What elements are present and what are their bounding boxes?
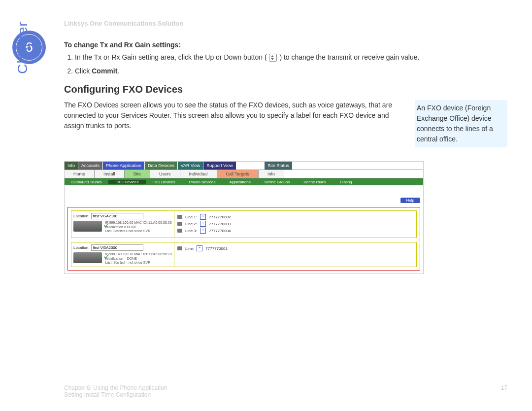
subheading: To change Tx and Rx Gain settings: — [64, 41, 507, 49]
location-label: Location: — [73, 245, 89, 250]
add-icon[interactable]: + — [200, 221, 206, 227]
commit-bold: Commit — [92, 67, 117, 75]
footer-chapter: Chapter 6: Using the Phone Application — [64, 384, 507, 391]
subtab-home[interactable]: Home — [65, 170, 95, 178]
gtab-define-groups[interactable]: Define Groups — [258, 180, 297, 184]
gtab-dialing[interactable]: Dialing — [333, 180, 359, 184]
gtab-fxs-devices[interactable]: FXS Devices — [146, 180, 182, 184]
line-row: Line: + 7777770001 — [177, 245, 413, 251]
add-icon[interactable]: + — [200, 228, 206, 234]
help-button[interactable]: Help — [400, 198, 420, 203]
subtab-install[interactable]: Install — [95, 170, 125, 178]
tab-site-status[interactable]: Site Status — [265, 162, 293, 170]
line-icon — [177, 229, 182, 233]
screenshot-fxo-devices: Info Accounts Phone Application Data Dev… — [64, 161, 424, 274]
device-image-icon — [73, 221, 102, 232]
tab-info[interactable]: Info — [65, 162, 78, 170]
line-icon — [177, 215, 182, 219]
section-title: Configuring FXO Devices — [64, 84, 507, 95]
gtab-outbound[interactable]: Outbound Trunks — [65, 180, 108, 184]
tab-data-dev[interactable]: Data Devices — [145, 162, 178, 170]
line-row: Line 2: + 7777770003 — [177, 221, 413, 227]
page-number: 17 — [501, 384, 507, 391]
gtab-fxo-devices[interactable]: FXO Devices — [108, 180, 145, 184]
gtab-applications[interactable]: Applications — [223, 180, 258, 184]
subtab-call-targets[interactable]: Call Targets — [217, 170, 259, 178]
device-row: Location: IP 999.168.100.60 MAC XX:11:A0… — [71, 210, 417, 238]
subtab-info[interactable]: Info — [259, 170, 284, 178]
line-row: Line 3: + 7777770004 — [177, 228, 413, 234]
sub-tabs: Home Install Site Users Individual Call … — [65, 170, 423, 178]
location-input[interactable] — [91, 244, 143, 251]
gtab-phone-dev[interactable]: Phone Devices — [182, 180, 223, 184]
subtab-individual[interactable]: Individual — [180, 170, 217, 178]
devices-panel: Location: IP 999.168.100.60 MAC XX:11:A0… — [67, 207, 420, 271]
footer-section: Setting Install Time Configuration — [64, 391, 507, 398]
steps-list: In the Tx or Rx Gain setting area, click… — [64, 53, 507, 76]
line-icon — [177, 222, 182, 226]
green-tabs: Outbound Trunks FXO Devices FXS Devices … — [65, 178, 423, 185]
subtab-users[interactable]: Users — [150, 170, 180, 178]
location-label: Location: — [73, 214, 89, 218]
subtab-site[interactable]: Site — [125, 170, 151, 178]
device-meta: IP 999.168.100.60 MAC XX:11:A0:00:00:60 … — [105, 221, 171, 233]
step-1: In the Tx or Rx Gain setting area, click… — [75, 53, 507, 63]
tab-support[interactable]: Support View — [203, 162, 236, 170]
step-2: Click Commit. — [75, 67, 507, 76]
product-line: Linksys One Communications Solution — [64, 20, 507, 27]
page-footer: Chapter 6: Using the Phone Application S… — [64, 384, 507, 398]
add-icon[interactable]: + — [197, 245, 202, 251]
side-note: An FXO device (Foreign Exchange Office) … — [415, 100, 507, 147]
gtab-define-rules[interactable]: Define Rules — [297, 180, 333, 184]
add-icon[interactable]: + — [200, 214, 206, 220]
device-image-icon — [73, 252, 102, 263]
body-paragraph: The FXO Devices screen allows you to see… — [64, 100, 405, 131]
tab-accounts[interactable]: Accounts — [78, 162, 103, 170]
line-icon — [177, 246, 182, 250]
line-row: Line 1: + 7777770002 — [177, 214, 413, 220]
tab-phone-app[interactable]: Phone Application — [103, 162, 145, 170]
tab-var-view[interactable]: VAR View — [178, 162, 204, 170]
top-tabs: Info Accounts Phone Application Data Dev… — [65, 162, 423, 170]
location-input[interactable] — [91, 213, 143, 219]
device-meta: IP 999.168.100.70 MAC XX:11:A0:00:00:70 … — [105, 252, 171, 265]
device-row: Location: IP 999.168.100.70 MAC XX:11:A0… — [71, 242, 417, 267]
spinner-icon — [269, 54, 277, 62]
tab-l1-devices[interactable]: L1 Devices — [236, 162, 265, 170]
chapter-side-label: Chapter — [15, 21, 31, 74]
